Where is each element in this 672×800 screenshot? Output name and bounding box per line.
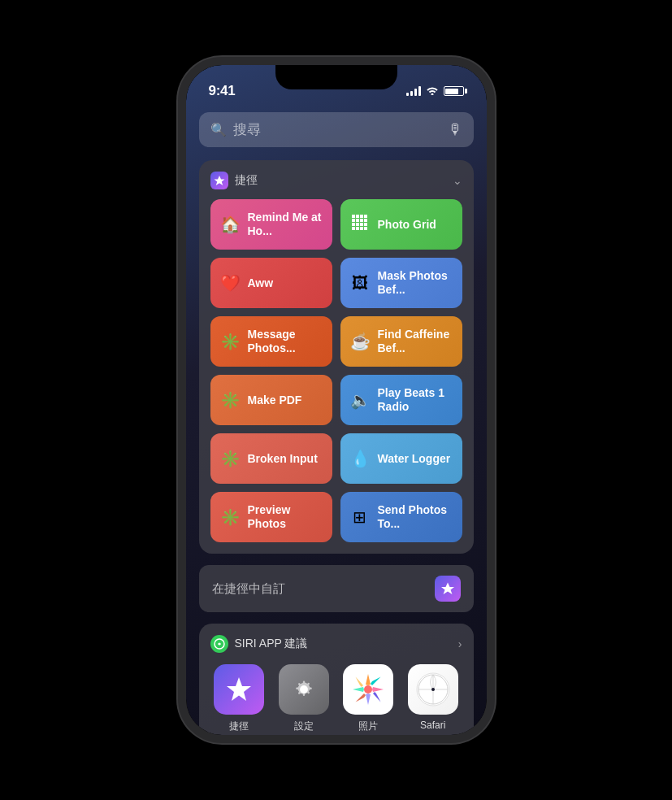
shortcuts-widget-chevron[interactable]: ⌄ [453, 174, 462, 187]
notch [275, 65, 397, 89]
aww-label: Aww [248, 276, 274, 290]
siri-header: SIRI APP 建議 › [210, 635, 462, 653]
broken-input-icon: ✳️ [220, 449, 240, 468]
play-beats-label: Play Beats 1 Radio [378, 386, 453, 414]
settings-app-icon [279, 664, 329, 715]
safari-app-icon [408, 664, 458, 715]
svg-rect-1 [356, 215, 359, 218]
shortcuts-widget-title: 捷徑 [235, 173, 258, 188]
shortcuts-widget-icon [210, 172, 228, 189]
shortcut-find-caffeine[interactable]: ☕ Find Caffeine Bef... [340, 316, 462, 367]
signal-icon [406, 86, 421, 96]
photo-grid-icon [350, 215, 370, 235]
remind-label: Remind Me at Ho... [248, 211, 323, 238]
shortcuts-widget: 捷徑 ⌄ 🏠 Remind Me at Ho... [199, 160, 474, 554]
photos-app-icon [343, 664, 393, 715]
phone-frame: 9:41 [178, 57, 495, 743]
play-beats-icon: 🔈 [350, 390, 370, 410]
svg-rect-3 [364, 215, 367, 218]
preview-photos-label: Preview Photos [248, 503, 323, 531]
customize-bar[interactable]: 在捷徑中自訂 [199, 565, 474, 612]
mask-photos-icon: 🖼 [350, 274, 370, 293]
shortcut-send-photos[interactable]: ⊞ Send Photos To... [340, 492, 462, 542]
svg-rect-11 [364, 223, 367, 226]
wifi-icon [426, 85, 439, 98]
shortcut-preview-photos[interactable]: ✳️ Preview Photos [210, 492, 332, 542]
find-caffeine-icon: ☕ [350, 332, 370, 351]
shortcut-aww[interactable]: ❤️ Aww [210, 258, 332, 308]
svg-rect-7 [364, 219, 367, 222]
send-photos-label: Send Photos To... [378, 503, 453, 531]
shortcut-broken-input[interactable]: ✳️ Broken Input [210, 433, 332, 484]
shortcut-message-photos[interactable]: ✳️ Message Photos... [210, 316, 332, 367]
shortcut-play-beats[interactable]: 🔈 Play Beats 1 Radio [340, 375, 462, 425]
siri-app-settings[interactable]: 設定 [275, 664, 333, 733]
svg-rect-10 [360, 223, 363, 226]
search-bar[interactable]: 🔍 搜尋 🎙 [199, 112, 474, 147]
svg-rect-8 [352, 223, 355, 226]
shortcut-water-logger[interactable]: 💧 Water Logger [340, 433, 462, 484]
send-photos-icon: ⊞ [350, 507, 370, 527]
remind-icon: 🏠 [220, 215, 240, 234]
shortcuts-app-label: 捷徑 [229, 720, 249, 733]
message-photos-label: Message Photos... [248, 328, 323, 355]
siri-suggestions-card: SIRI APP 建議 › 捷徑 [199, 624, 474, 735]
shortcuts-grid: 🏠 Remind Me at Ho... [210, 199, 462, 542]
svg-rect-15 [364, 227, 367, 230]
svg-rect-13 [356, 227, 359, 230]
siri-header-left: SIRI APP 建議 [210, 635, 308, 653]
svg-rect-9 [356, 223, 359, 226]
svg-rect-2 [360, 215, 363, 218]
mask-photos-label: Mask Photos Bef... [378, 269, 453, 297]
preview-photos-icon: ✳️ [220, 507, 240, 527]
aww-icon: ❤️ [220, 273, 240, 293]
find-caffeine-label: Find Caffeine Bef... [378, 328, 453, 355]
message-photos-icon: ✳️ [220, 332, 240, 351]
siri-app-shortcuts[interactable]: 捷徑 [210, 664, 269, 733]
svg-rect-5 [356, 219, 359, 222]
svg-rect-14 [360, 227, 363, 230]
status-icons [406, 85, 464, 98]
make-pdf-icon: ✳️ [220, 390, 240, 410]
battery-icon [444, 86, 464, 96]
svg-rect-4 [352, 219, 355, 222]
customize-text: 在捷徑中自訂 [212, 581, 285, 597]
search-icon: 🔍 [210, 122, 227, 137]
water-logger-label: Water Logger [378, 452, 451, 466]
svg-rect-12 [352, 227, 355, 230]
svg-rect-0 [352, 215, 355, 218]
search-placeholder: 搜尋 [233, 120, 441, 139]
settings-app-label: 設定 [294, 720, 314, 733]
siri-app-safari[interactable]: Safari [404, 664, 462, 733]
widget-header: 捷徑 ⌄ [210, 172, 462, 189]
phone-screen: 9:41 [186, 65, 487, 735]
photos-app-label: 照片 [358, 720, 378, 733]
photo-grid-label: Photo Grid [378, 218, 436, 232]
siri-icon [210, 635, 228, 653]
siri-apps-grid: 捷徑 設定 [210, 664, 462, 733]
shortcut-mask-photos[interactable]: 🖼 Mask Photos Bef... [340, 258, 462, 308]
mic-icon[interactable]: 🎙 [448, 121, 462, 138]
make-pdf-label: Make PDF [248, 393, 302, 407]
shortcut-remind-me[interactable]: 🏠 Remind Me at Ho... [210, 199, 332, 250]
svg-point-18 [364, 685, 372, 693]
shortcuts-app-icon [214, 664, 264, 715]
status-time: 9:41 [209, 83, 236, 99]
shortcut-make-pdf[interactable]: ✳️ Make PDF [210, 375, 332, 425]
svg-point-25 [431, 688, 435, 691]
safari-app-label: Safari [420, 720, 445, 731]
water-logger-icon: 💧 [350, 449, 370, 468]
siri-app-photos[interactable]: 照片 [340, 664, 398, 733]
siri-chevron-right[interactable]: › [458, 637, 462, 650]
widget-header-left: 捷徑 [210, 172, 258, 189]
shortcut-photo-grid[interactable]: Photo Grid [340, 199, 462, 250]
scroll-content[interactable]: 🔍 搜尋 🎙 捷徑 ⌄ [186, 106, 487, 735]
shortcuts-badge [435, 576, 461, 602]
broken-input-label: Broken Input [248, 452, 318, 466]
siri-title: SIRI APP 建議 [235, 637, 308, 651]
svg-rect-6 [360, 219, 363, 222]
